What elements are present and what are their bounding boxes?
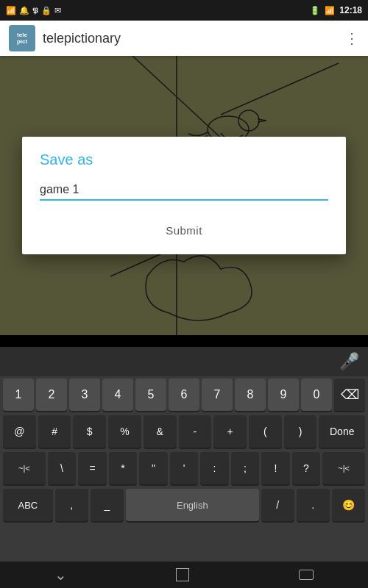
key-underscore[interactable]: _: [91, 489, 124, 521]
key-exclaim[interactable]: !: [261, 452, 290, 484]
status-left-icons: 📶 🔔 𝕻 🔒 ✉: [6, 6, 61, 15]
key-open-paren[interactable]: (: [249, 415, 282, 448]
mic-icon[interactable]: 🎤: [339, 352, 359, 371]
key-1[interactable]: 1: [3, 379, 34, 411]
key-3[interactable]: 3: [69, 379, 100, 411]
keyboard-top-bar: 🎤: [0, 347, 368, 376]
dialog-input-container: [40, 180, 328, 201]
key-slash[interactable]: /: [261, 489, 294, 521]
key-9[interactable]: 9: [268, 379, 299, 411]
wifi-icon: 📶: [325, 6, 335, 15]
key-dquote[interactable]: ": [139, 452, 168, 484]
nav-home-icon[interactable]: [176, 568, 189, 581]
key-period[interactable]: .: [297, 489, 330, 521]
key-minus[interactable]: -: [179, 415, 212, 448]
nav-back-icon[interactable]: ⌄: [54, 566, 67, 584]
key-colon[interactable]: :: [200, 452, 229, 484]
key-equals[interactable]: =: [78, 452, 107, 484]
key-at[interactable]: @: [3, 415, 36, 448]
key-close-paren[interactable]: ): [284, 415, 317, 448]
key-dollar[interactable]: $: [73, 415, 106, 448]
key-tilde-bar[interactable]: ~|<: [3, 452, 46, 484]
battery-icon: 🔋: [310, 6, 320, 15]
key-8[interactable]: 8: [235, 379, 266, 411]
status-bar: 📶 🔔 𝕻 🔒 ✉ 🔋 📶 12:18: [0, 0, 368, 21]
key-2[interactable]: 2: [36, 379, 67, 411]
status-icon-4: 🔒: [41, 6, 52, 15]
dialog-title: Save as: [40, 151, 328, 168]
keyboard-row-bottom: ABC , _ English / . 😊: [0, 487, 368, 523]
keyboard-row-numbers: 1 2 3 4 5 6 7 8 9 0 ⌫: [0, 376, 368, 413]
app-menu-button[interactable]: ⋮: [344, 29, 359, 47]
key-percent[interactable]: %: [108, 415, 141, 448]
keyboard: 🎤 1 2 3 4 5 6 7 8 9 0 ⌫ @ # $ % & - + ( …: [0, 347, 368, 562]
nav-recent-icon[interactable]: [299, 570, 314, 580]
key-emoji[interactable]: 😊: [332, 489, 365, 521]
key-space[interactable]: English: [126, 489, 259, 521]
key-7[interactable]: 7: [202, 379, 233, 411]
key-asterisk[interactable]: *: [109, 452, 138, 484]
dialog-overlay: Save as Submit: [0, 56, 368, 335]
key-squote[interactable]: ': [170, 452, 199, 484]
key-backslash[interactable]: \: [48, 452, 77, 484]
key-6[interactable]: 6: [169, 379, 199, 411]
app-title: telepictionary: [43, 31, 344, 46]
status-icon-3: 𝕻: [32, 6, 38, 15]
key-done[interactable]: Done: [319, 415, 365, 448]
key-hash[interactable]: #: [38, 415, 71, 448]
key-5[interactable]: 5: [135, 379, 166, 411]
status-time: 12:18: [339, 5, 362, 15]
app-bar: tele pict telepictionary ⋮: [0, 21, 368, 56]
key-abc[interactable]: ABC: [3, 489, 53, 521]
status-icon-5: ✉: [54, 6, 61, 15]
keyboard-row-symbols1: @ # $ % & - + ( ) Done: [0, 413, 368, 450]
app-icon: tele pict: [9, 25, 35, 51]
save-dialog: Save as Submit: [22, 137, 346, 254]
status-right-icons: 🔋 📶 12:18: [310, 5, 362, 15]
submit-button[interactable]: Submit: [40, 218, 328, 243]
status-icon-2: 🔔: [19, 6, 29, 15]
nav-bar: ⌄: [0, 562, 368, 588]
key-4[interactable]: 4: [102, 379, 133, 411]
app-icon-label: tele pict: [17, 32, 27, 45]
key-question[interactable]: ?: [292, 452, 321, 484]
keyboard-row-symbols2: ~|< \ = * " ' : ; ! ? ~|<: [0, 450, 368, 487]
key-ampersand[interactable]: &: [144, 415, 177, 448]
key-semicolon[interactable]: ;: [231, 452, 260, 484]
status-icon-1: 📶: [6, 6, 16, 15]
key-backspace[interactable]: ⌫: [334, 379, 365, 411]
key-comma[interactable]: ,: [55, 489, 88, 521]
save-as-input[interactable]: [40, 180, 328, 199]
key-0[interactable]: 0: [301, 379, 332, 411]
key-tilde-bar-2[interactable]: ~|<: [322, 452, 365, 484]
key-plus[interactable]: +: [213, 415, 247, 448]
